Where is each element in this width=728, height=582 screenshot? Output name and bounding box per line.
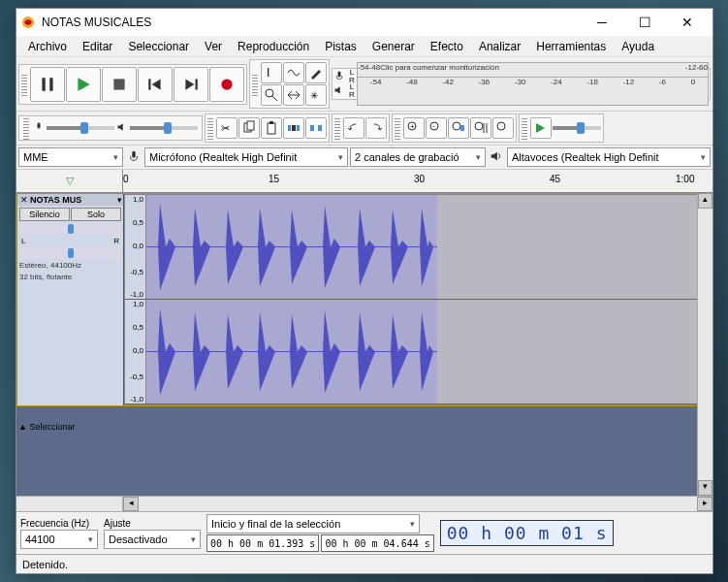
audio-host-combo[interactable]: MME bbox=[18, 147, 123, 167]
menu-reproduccion[interactable]: Reproducción bbox=[230, 38, 317, 55]
track-waveform[interactable]: 1,0 0,5 0,0 -0,5 -1,0 bbox=[124, 194, 712, 405]
audio-position-display[interactable]: 00 h 00 m 01 s bbox=[440, 520, 615, 546]
solo-button[interactable]: Solo bbox=[71, 208, 121, 221]
scroll-left-icon[interactable]: ◂ bbox=[123, 497, 139, 511]
meter-tick: -42 bbox=[442, 78, 454, 86]
svg-rect-4 bbox=[148, 79, 150, 89]
pin-icon[interactable]: ▽ bbox=[66, 175, 74, 187]
grip-icon[interactable] bbox=[334, 116, 340, 140]
svg-text:✂: ✂ bbox=[221, 122, 230, 134]
play-button[interactable] bbox=[66, 67, 101, 102]
track-name[interactable]: NOTAS MUS bbox=[30, 195, 117, 205]
skip-start-button[interactable] bbox=[138, 67, 173, 102]
menu-archivo[interactable]: Archivo bbox=[20, 38, 75, 55]
zoom-in-button[interactable]: + bbox=[403, 117, 425, 139]
menu-analizar[interactable]: Analizar bbox=[471, 38, 528, 55]
envelope-tool[interactable] bbox=[283, 62, 304, 83]
selection-mode-combo[interactable]: Inicio y final de la selección bbox=[206, 514, 420, 534]
snap-combo[interactable]: Desactivado bbox=[104, 530, 201, 549]
audio-clip-right[interactable] bbox=[146, 300, 437, 404]
scroll-down-icon[interactable]: ▾ bbox=[698, 480, 712, 496]
grip-icon[interactable] bbox=[395, 116, 400, 140]
recording-channels-combo[interactable]: 2 canales de grabació bbox=[350, 147, 486, 167]
meter-lr-play: LR bbox=[347, 83, 357, 99]
meter-tick: 0 bbox=[691, 78, 695, 86]
recording-device-combo[interactable]: Micrófono (Realtek High Definit bbox=[144, 147, 348, 167]
selection-tool[interactable]: I bbox=[261, 62, 282, 83]
meter-tick: -6 bbox=[696, 63, 703, 72]
menu-efecto[interactable]: Efecto bbox=[423, 38, 471, 55]
meter-tick: 0 bbox=[704, 63, 708, 72]
scroll-up-icon[interactable]: ▴ bbox=[698, 193, 712, 209]
fit-project-button[interactable] bbox=[470, 117, 491, 139]
fit-selection-button[interactable] bbox=[448, 117, 469, 139]
playback-volume-slider[interactable] bbox=[130, 126, 198, 130]
minimize-button[interactable]: ─ bbox=[581, 9, 623, 36]
status-text: Detenido. bbox=[22, 559, 68, 570]
grip-icon[interactable] bbox=[207, 116, 213, 140]
silence-button[interactable] bbox=[305, 117, 327, 139]
close-button[interactable]: ✕ bbox=[666, 9, 709, 36]
selection-start-field[interactable]: 00 h 00 m 01.393 s bbox=[206, 534, 319, 552]
menu-ver[interactable]: Ver bbox=[197, 38, 230, 55]
mute-button[interactable]: Silencio bbox=[19, 208, 70, 221]
recording-volume-slider[interactable] bbox=[47, 126, 114, 130]
meter-tick: -36 bbox=[479, 78, 491, 86]
track-close-button[interactable]: ✕ bbox=[18, 195, 30, 205]
record-button[interactable] bbox=[209, 67, 244, 102]
pan-slider[interactable] bbox=[19, 247, 121, 259]
play-at-speed-button[interactable] bbox=[530, 117, 552, 139]
audio-clip-left[interactable] bbox=[146, 195, 437, 299]
grip-icon[interactable] bbox=[252, 73, 258, 96]
svg-rect-28 bbox=[460, 125, 464, 131]
project-rate-combo[interactable]: 44100 bbox=[20, 530, 98, 549]
menu-ayuda[interactable]: Ayuda bbox=[614, 38, 662, 55]
timeline-ruler[interactable]: ▽ 0 15 30 45 1:00 bbox=[16, 170, 712, 193]
zoom-out-button[interactable]: - bbox=[426, 117, 447, 139]
menu-pistas[interactable]: Pistas bbox=[317, 38, 364, 55]
track-bitdepth: 32 bits, flotante bbox=[19, 273, 121, 282]
grip-icon[interactable] bbox=[522, 116, 527, 140]
maximize-button[interactable]: ☐ bbox=[623, 9, 666, 36]
meter-tick: -54 bbox=[370, 78, 382, 86]
timeshift-tool[interactable] bbox=[283, 84, 304, 106]
menu-seleccionar[interactable]: Seleccionar bbox=[120, 38, 197, 55]
horizontal-scrollbar[interactable]: ◂ ▸ bbox=[16, 496, 712, 511]
grip-icon[interactable] bbox=[23, 116, 29, 140]
playback-device-combo[interactable]: Altavoces (Realtek High Definit bbox=[507, 147, 711, 167]
menu-herramientas[interactable]: Herramientas bbox=[528, 38, 614, 55]
collapse-icon[interactable]: ▲ bbox=[18, 422, 27, 432]
pause-button[interactable] bbox=[30, 67, 65, 102]
scroll-right-icon[interactable]: ▸ bbox=[697, 497, 712, 511]
svg-rect-12 bbox=[38, 123, 41, 129]
menu-editar[interactable]: Editar bbox=[75, 38, 120, 55]
stop-button[interactable] bbox=[102, 67, 137, 102]
zoom-toggle-button[interactable] bbox=[492, 117, 514, 139]
multi-tool[interactable]: ✳ bbox=[305, 84, 327, 106]
redo-button[interactable] bbox=[365, 117, 387, 139]
menu-generar[interactable]: Generar bbox=[364, 38, 423, 55]
draw-tool[interactable] bbox=[305, 62, 327, 83]
trim-button[interactable] bbox=[283, 117, 304, 139]
track-select-label[interactable]: Seleccionar bbox=[29, 422, 75, 432]
gain-slider[interactable] bbox=[19, 223, 121, 235]
paste-button[interactable] bbox=[261, 117, 282, 139]
selection-toolbar: Frecuencia (Hz) 44100 Ajuste Desactivado… bbox=[16, 511, 712, 554]
track-menu-button[interactable]: ▾ bbox=[117, 195, 122, 205]
device-toolbar: MME Micrófono (Realtek High Definit 2 ca… bbox=[16, 146, 712, 170]
vertical-scrollbar[interactable]: ▴ ▾ bbox=[697, 193, 712, 496]
undo-button[interactable] bbox=[343, 117, 364, 139]
time-mark: 0 bbox=[123, 174, 129, 184]
copy-button[interactable] bbox=[238, 117, 260, 139]
skip-end-button[interactable] bbox=[174, 67, 208, 102]
cut-button[interactable]: ✂ bbox=[216, 117, 237, 139]
playback-meter[interactable]: -54 -48 -42 -36 -30 -24 -18 -12 -6 0 bbox=[357, 77, 709, 106]
grip-icon[interactable] bbox=[21, 73, 27, 96]
playback-speed-slider[interactable] bbox=[553, 126, 601, 130]
time-mark: 1:00 bbox=[676, 174, 694, 184]
svg-line-9 bbox=[272, 96, 277, 101]
zoom-tool[interactable] bbox=[261, 84, 282, 106]
svg-rect-1 bbox=[42, 78, 45, 91]
mic-icon bbox=[333, 70, 347, 83]
selection-end-field[interactable]: 00 h 00 m 04.644 s bbox=[321, 534, 433, 552]
